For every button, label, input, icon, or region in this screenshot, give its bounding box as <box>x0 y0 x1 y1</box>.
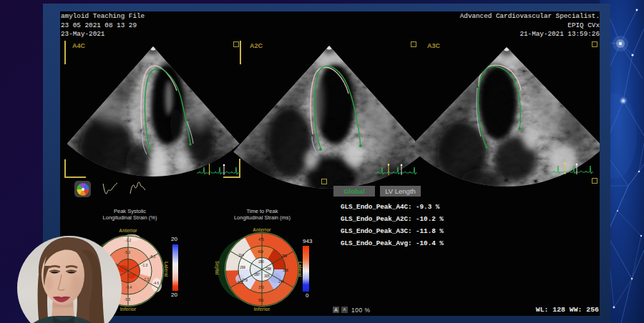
svg-text:280: 280 <box>258 260 264 264</box>
svg-text:-8.3: -8.3 <box>150 255 156 259</box>
svg-text:297: 297 <box>254 273 260 277</box>
svg-text:314: 314 <box>238 254 244 257</box>
svg-text:561: 561 <box>258 299 264 302</box>
svg-text:-7.3: -7.3 <box>143 278 150 282</box>
svg-text:370: 370 <box>258 286 264 289</box>
svg-text:-5.2: -5.2 <box>125 251 131 254</box>
svg-text:368: 368 <box>283 269 288 272</box>
svg-text:565: 565 <box>238 281 243 284</box>
svg-text:419: 419 <box>258 250 263 254</box>
svg-text:298: 298 <box>265 267 271 271</box>
svg-text:299: 299 <box>240 266 245 269</box>
svg-text:244: 244 <box>278 280 284 284</box>
svg-text:-4.6: -4.6 <box>153 282 160 285</box>
svg-text:-5.5: -5.5 <box>125 298 131 302</box>
svg-text:475: 475 <box>258 238 264 242</box>
svg-text:-1.2: -1.2 <box>125 239 132 242</box>
svg-text:-1.3: -1.3 <box>142 264 148 267</box>
svg-text:289: 289 <box>281 254 287 258</box>
svg-text:305: 305 <box>264 274 270 278</box>
svg-text:-9.4: -9.4 <box>126 286 132 289</box>
